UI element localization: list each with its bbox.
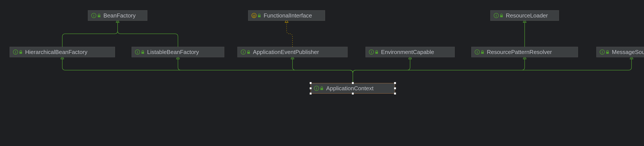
svg-text:@: @ [252, 14, 256, 18]
node-resource-loader[interactable]: I ResourceLoader [490, 10, 559, 21]
selection-handle[interactable] [310, 92, 312, 95]
node-application-event-publisher[interactable]: I ApplicationEventPublisher [238, 47, 348, 57]
node-application-context[interactable]: I ApplicationContext [311, 83, 395, 94]
interface-icon: I [369, 50, 378, 55]
node-label: ResourceLoader [506, 12, 548, 19]
edge [292, 57, 353, 83]
svg-text:I: I [496, 14, 497, 18]
svg-rect-8 [500, 15, 503, 17]
edge [353, 57, 632, 83]
edge [286, 21, 292, 47]
node-environment-capable[interactable]: I EnvironmentCapable [366, 47, 455, 57]
node-bean-factory[interactable]: I BeanFactory [88, 10, 147, 21]
interface-icon: I [91, 13, 101, 18]
node-label: ApplicationEventPublisher [253, 49, 319, 56]
selection-handle[interactable] [394, 82, 396, 84]
svg-text:I: I [15, 50, 16, 54]
node-message-source[interactable]: I MessageSource [596, 47, 644, 57]
selection-handle[interactable] [394, 87, 396, 90]
selection-handle[interactable] [310, 87, 312, 90]
interface-icon: I [13, 50, 22, 55]
interface-icon: I [314, 86, 324, 91]
edge [353, 57, 525, 83]
annotation-icon: @ [252, 13, 261, 18]
node-label: BeanFactory [104, 12, 136, 19]
node-hierarchical-bean-factory[interactable]: I HierarchicalBeanFactory [10, 47, 115, 57]
svg-text:I: I [602, 50, 603, 54]
node-label: ListableBeanFactory [147, 49, 199, 56]
edge [62, 21, 118, 47]
node-listable-bean-factory[interactable]: I ListableBeanFactory [132, 47, 224, 57]
edges-layer [0, 0, 644, 146]
edge [62, 57, 353, 83]
interface-icon: I [474, 50, 484, 55]
edge [353, 57, 410, 83]
node-functional-interface[interactable]: @ FunctionalInterface [248, 10, 325, 21]
svg-text:I: I [243, 50, 244, 54]
svg-rect-2 [98, 15, 100, 17]
interface-icon: I [600, 50, 609, 55]
selection-handle[interactable] [394, 92, 396, 95]
node-label: HierarchicalBeanFactory [25, 49, 88, 56]
svg-rect-20 [375, 52, 378, 54]
svg-rect-23 [481, 52, 484, 54]
interface-icon: I [494, 13, 503, 18]
node-label: ApplicationContext [326, 85, 374, 92]
interface-icon: I [135, 50, 144, 55]
selection-handle[interactable] [310, 82, 312, 84]
node-label: EnvironmentCapable [381, 49, 434, 56]
diagram-canvas[interactable]: { "colors": { "background": "#1e1f22", "… [0, 0, 644, 146]
node-label: ResourcePatternResolver [487, 49, 552, 56]
node-resource-pattern-resolver[interactable]: I ResourcePatternResolver [471, 47, 578, 57]
svg-text:I: I [137, 50, 138, 54]
svg-rect-5 [258, 15, 260, 17]
svg-rect-17 [247, 52, 250, 54]
svg-text:I: I [316, 86, 317, 90]
svg-text:I: I [93, 14, 94, 18]
svg-rect-11 [20, 52, 22, 54]
node-label: FunctionalInterface [264, 12, 312, 19]
node-label: MessageSource [612, 49, 644, 56]
svg-rect-29 [320, 88, 323, 90]
svg-text:I: I [477, 50, 478, 54]
svg-rect-14 [142, 52, 144, 54]
svg-text:I: I [371, 50, 372, 54]
edge [118, 21, 178, 47]
selection-handle[interactable] [352, 82, 354, 84]
edge [178, 57, 353, 83]
svg-rect-26 [606, 52, 609, 54]
interface-icon: I [241, 50, 250, 55]
selection-handle[interactable] [352, 92, 354, 95]
